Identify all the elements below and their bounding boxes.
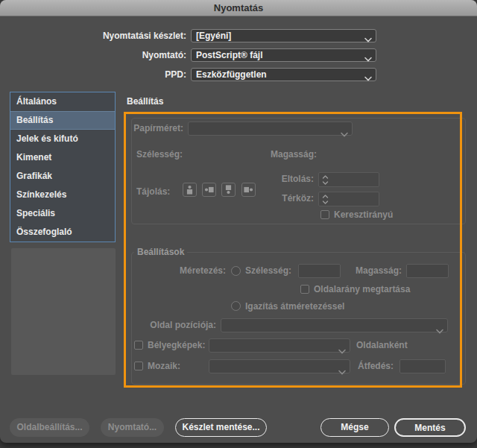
chevron-down-icon [364,72,372,84]
portrait-reverse-icon [224,185,233,195]
paper-size-select [188,122,353,136]
orientation-landscape-left-button [202,183,216,197]
sidebar-item-szinkezeles[interactable]: Színkezelés [10,186,115,204]
chevron-down-icon [338,365,346,378]
paper-width-label: Szélesség: [136,149,183,160]
sidebar-item-osszefoglalo[interactable]: Összefoglaló [10,223,115,242]
save-preset-button[interactable]: Készlet mentése... [175,418,267,437]
orientation-landscape-right-button [241,183,256,197]
transverse-checkbox [320,210,329,219]
thumbnails-checkbox [134,341,143,350]
print-preset-label: Nyomtatási készlet: [45,31,186,41]
printer-button: Nyomtató... [101,418,164,437]
sidebar-item-specialis[interactable]: Speciális [10,204,115,223]
cancel-button[interactable]: Mégse [320,418,389,437]
tile-checkbox [134,362,143,370]
scale-width-input [298,264,341,278]
printer-label: Nyomtató: [45,50,186,60]
sidebar-item-beallitas[interactable]: Beállítás [10,111,115,130]
page-position-label: Oldal pozíciója: [142,320,216,330]
sidebar-item-altalanos[interactable]: Általános [10,92,115,111]
ppd-value: Eszközfüggetlen [196,69,267,80]
printer-value: PostScript® fájl [196,50,263,60]
orientation-portrait-button [183,183,197,197]
per-page-label: Oldalanként [356,340,408,350]
chevron-down-icon [338,344,346,357]
tile-select [209,359,350,373]
scale-width-radio [231,266,241,276]
overlap-label: Átfedés: [358,361,394,371]
chevron-down-icon [364,53,372,65]
ppd-select[interactable]: Eszközfüggetlen [191,68,376,81]
gap-label: Térköz: [262,193,314,204]
constrain-proportions-checkbox [300,285,309,294]
orientation-portrait-reverse-button [221,183,236,197]
print-preset-value: [Egyéni] [196,31,231,41]
gap-stepper [318,192,379,206]
landscape-left-icon [204,185,214,195]
scale-to-fit-label: Igazítás átméretezéssel [245,301,344,312]
stepper-arrows-icon [322,194,329,205]
page-position-select [221,318,448,332]
thumbnails-label: Bélyegképek: [148,340,205,350]
save-button[interactable]: Mentés [394,418,466,437]
paper-height-label: Magasság: [271,149,317,160]
overlap-input [399,359,446,373]
sidebar-item-kimenet[interactable]: Kimenet [10,148,115,167]
offset-stepper [318,172,379,187]
chevron-down-icon [341,127,348,140]
chevron-down-icon [364,34,372,45]
constrain-proportions-label: Oldalarány megtartása [314,284,410,294]
sidebar-item-jelek-es-kifuto[interactable]: Jelek és kifutó [10,130,115,148]
sections-list: Általános Beállítás Jelek és kifutó Kime… [10,92,116,242]
ppd-label: PPD: [45,69,186,80]
scale-label: Méretezés: [149,265,226,276]
transverse-label: Keresztirányú [334,209,393,220]
window-title: Nyomtatás [0,0,477,16]
stepper-arrows-icon [322,174,329,186]
sidebar-item-grafikak[interactable]: Grafikák [10,167,115,186]
thumbnails-select [209,338,350,353]
scale-height-label: Magasság: [356,265,402,276]
scale-width-label: Szélesség: [245,265,291,276]
landscape-right-icon [244,185,253,195]
print-preset-select[interactable]: [Egyéni] [191,29,376,42]
panel-title: Beállítás [127,96,163,107]
options-legend: Beállítások [134,247,187,257]
paper-size-label: Papírméret: [131,123,183,133]
chevron-down-icon [436,324,443,337]
print-dialog: Nyomtatás Nyomtatási készlet: [Egyéni] N… [0,0,477,443]
page-preview [11,248,116,375]
tile-label: Mozaik: [148,361,180,371]
orientation-label: Tájolás: [136,186,170,197]
scale-height-input [406,264,449,278]
scale-to-fit-radio [231,301,241,311]
portrait-icon [185,185,195,195]
printer-select[interactable]: PostScript® fájl [191,48,376,62]
page-setup-button: Oldalbeállítás... [10,418,89,437]
offset-label: Eltolás: [262,174,314,184]
